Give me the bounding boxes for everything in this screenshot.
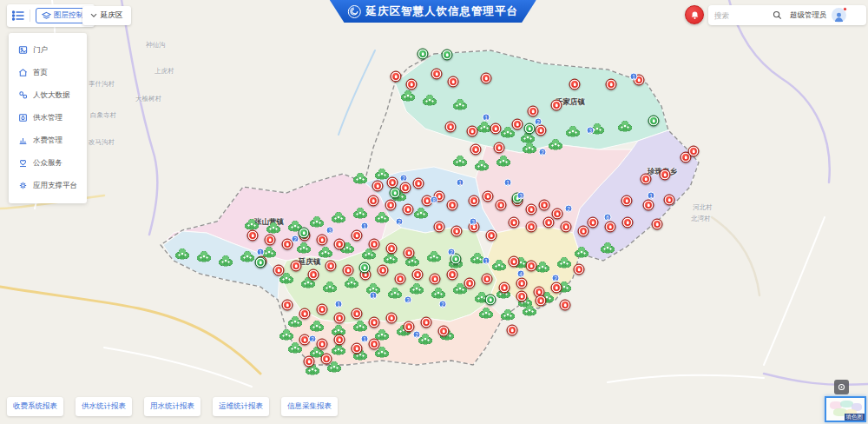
marker-alarm-red[interactable] (469, 195, 480, 207)
marker-village-cluster[interactable] (345, 277, 358, 288)
marker-alarm-red[interactable] (282, 300, 293, 311)
marker-alarm-red[interactable] (516, 291, 528, 302)
menu-item-7[interactable]: 应用支撑平台 (9, 175, 87, 197)
cluster-count-badge[interactable]: 1 (630, 73, 638, 81)
marker-alarm-red[interactable] (400, 182, 411, 194)
marker-village-cluster[interactable] (266, 222, 280, 234)
marker-village-cluster[interactable] (423, 95, 437, 106)
basemap[interactable] (0, 0, 868, 424)
marker-alarm-red[interactable] (447, 269, 458, 281)
marker-alarm-red[interactable] (334, 313, 345, 324)
marker-alarm-red[interactable] (467, 126, 478, 137)
marker-alarm-red[interactable] (526, 261, 537, 272)
marker-alarm-red[interactable] (273, 265, 285, 276)
cluster-count-badge[interactable]: 3 (470, 218, 477, 226)
marker-alarm-red[interactable] (369, 339, 380, 350)
marker-alarm-red[interactable] (560, 300, 571, 311)
cluster-count-badge[interactable]: 2 (535, 118, 542, 126)
cluster-count-badge[interactable]: 2 (565, 205, 573, 213)
marker-alarm-red[interactable] (552, 209, 563, 220)
marker-alarm-red[interactable] (334, 335, 345, 346)
marker-village-cluster[interactable] (501, 309, 515, 321)
marker-alarm-red[interactable] (321, 354, 332, 365)
district-selector[interactable]: 延庆区 (82, 6, 131, 25)
marker-alarm-red[interactable] (308, 269, 319, 281)
marker-village-cluster[interactable] (319, 247, 332, 258)
menu-item-5[interactable]: 水费管理 (9, 129, 87, 152)
marker-village-cluster[interactable] (245, 219, 259, 230)
marker-alarm-red[interactable] (536, 125, 547, 136)
cluster-count-badge[interactable]: 2 (448, 248, 456, 256)
cluster-count-badge[interactable]: 3 (326, 227, 334, 235)
marker-village-cluster[interactable] (618, 121, 632, 132)
report-button-3[interactable]: 用水统计报表 (144, 397, 201, 416)
marker-alarm-red[interactable] (621, 195, 633, 207)
marker-alarm-red[interactable] (512, 119, 523, 130)
menu-item-3[interactable]: 人饮大数据 (9, 84, 87, 107)
marker-alarm-red[interactable] (536, 295, 547, 307)
marker-village-cluster[interactable] (175, 248, 189, 260)
marker-alarm-red[interactable] (641, 174, 652, 185)
marker-alarm-red[interactable] (486, 230, 497, 242)
layer-control-button[interactable]: 图层控制 (36, 8, 89, 23)
marker-alarm-red[interactable] (404, 248, 415, 259)
marker-alarm-red[interactable] (369, 239, 380, 250)
marker-alarm-red[interactable] (391, 71, 402, 83)
marker-normal-green[interactable] (418, 49, 429, 60)
marker-village-cluster[interactable] (310, 216, 324, 228)
marker-normal-green[interactable] (390, 188, 401, 199)
cluster-count-badge[interactable]: 1 (504, 179, 512, 187)
marker-village-cluster[interactable] (353, 173, 367, 184)
marker-alarm-red[interactable] (352, 230, 363, 242)
search-input[interactable] (714, 11, 768, 20)
cluster-count-badge[interactable]: 2 (292, 235, 299, 243)
cluster-count-badge[interactable]: 8 (431, 196, 438, 204)
marker-alarm-red[interactable] (447, 200, 458, 211)
cluster-count-badge[interactable]: 3 (517, 192, 525, 200)
marker-alarm-red[interactable] (561, 222, 572, 233)
marker-alarm-red[interactable] (496, 200, 507, 211)
cluster-count-badge[interactable]: 6 (604, 214, 612, 222)
marker-alarm-red[interactable] (448, 76, 459, 88)
marker-village-cluster[interactable] (388, 288, 402, 299)
marker-alarm-red[interactable] (317, 235, 328, 246)
marker-village-cluster[interactable] (496, 156, 510, 167)
marker-alarm-red[interactable] (317, 339, 328, 350)
marker-village-cluster[interactable] (431, 288, 445, 299)
marker-normal-green[interactable] (648, 116, 660, 127)
marker-alarm-red[interactable] (265, 235, 276, 246)
marker-alarm-red[interactable] (378, 265, 389, 276)
marker-village-cluster[interactable] (375, 212, 389, 223)
marker-alarm-red[interactable] (516, 278, 528, 289)
cluster-count-badge[interactable]: 1 (483, 257, 490, 265)
marker-alarm-red[interactable] (660, 169, 671, 181)
marker-village-cluster[interactable] (414, 208, 428, 219)
marker-village-cluster[interactable] (410, 283, 424, 295)
marker-alarm-red[interactable] (539, 200, 550, 211)
cluster-count-badge[interactable]: 2 (539, 149, 547, 156)
marker-village-cluster[interactable] (492, 260, 506, 271)
marker-village-cluster[interactable] (401, 90, 415, 102)
marker-alarm-red[interactable] (434, 222, 445, 233)
marker-alarm-red[interactable] (481, 73, 492, 84)
marker-village-cluster[interactable] (523, 142, 536, 154)
marker-alarm-red[interactable] (652, 219, 663, 230)
cluster-count-badge[interactable]: 1 (370, 292, 378, 300)
search-icon[interactable] (773, 10, 782, 20)
marker-village-cluster[interactable] (353, 321, 367, 332)
marker-alarm-red[interactable] (372, 181, 384, 192)
menu-item-6[interactable]: 公众服务 (9, 152, 87, 175)
marker-alarm-red[interactable] (643, 200, 654, 211)
marker-alarm-red[interactable] (509, 217, 520, 229)
marker-alarm-red[interactable] (352, 308, 363, 320)
marker-alarm-red[interactable] (343, 265, 354, 276)
marker-alarm-red[interactable] (543, 217, 555, 229)
marker-alarm-red[interactable] (490, 123, 502, 135)
marker-village-cluster[interactable] (549, 139, 562, 150)
marker-village-cluster[interactable] (310, 321, 324, 332)
marker-village-cluster[interactable] (601, 242, 615, 254)
marker-alarm-red[interactable] (369, 317, 380, 328)
basemap-switcher[interactable]: 填色图 (825, 396, 866, 422)
marker-village-cluster[interactable] (297, 242, 311, 254)
marker-alarm-red[interactable] (421, 317, 432, 328)
